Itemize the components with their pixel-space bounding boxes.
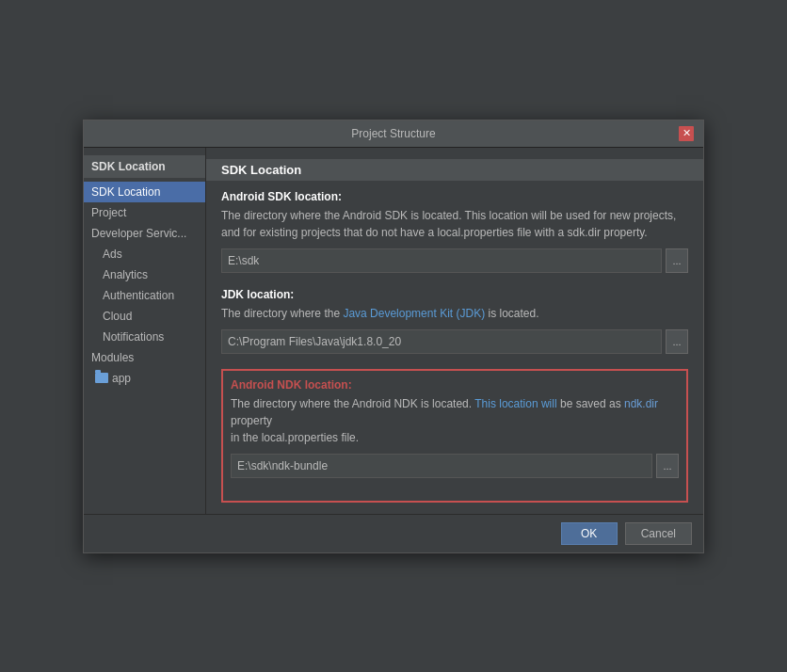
android-ndk-browse-button[interactable]: ... bbox=[656, 454, 679, 478]
dialog-body: SDK Location SDK Location Project Develo… bbox=[84, 148, 703, 514]
android-sdk-browse-button[interactable]: ... bbox=[666, 248, 688, 273]
jdk-input[interactable] bbox=[221, 329, 662, 354]
android-sdk-section: Android SDK location: The directory wher… bbox=[221, 190, 688, 273]
sidebar-item-sdk-location[interactable]: SDK Location bbox=[84, 182, 205, 202]
ok-button[interactable]: OK bbox=[561, 522, 618, 545]
jdk-label: JDK location: bbox=[221, 288, 688, 301]
android-sdk-input-row: ... bbox=[221, 248, 688, 273]
jdk-description: The directory where the Java Development… bbox=[221, 305, 688, 322]
android-ndk-label: Android NDK location: bbox=[231, 378, 679, 392]
ndk-link-text: This location will bbox=[474, 397, 556, 410]
android-ndk-input[interactable] bbox=[231, 454, 652, 478]
sidebar-item-analytics[interactable]: Analytics bbox=[84, 264, 205, 285]
android-sdk-input[interactable] bbox=[221, 248, 662, 273]
sidebar: SDK Location SDK Location Project Develo… bbox=[84, 148, 206, 514]
sidebar-item-app[interactable]: app bbox=[84, 368, 205, 389]
android-sdk-description: The directory where the Android SDK is l… bbox=[221, 207, 688, 241]
dialog-title: Project Structure bbox=[108, 127, 679, 140]
jdk-input-row: ... bbox=[221, 329, 688, 354]
sidebar-item-ads[interactable]: Ads bbox=[84, 244, 205, 264]
sdk-location-header: SDK Location bbox=[84, 155, 205, 178]
main-content: SDK Location Android SDK location: The d… bbox=[206, 148, 703, 514]
ndk-dir-text: ndk.dir bbox=[624, 397, 658, 410]
title-bar: Project Structure ✕ bbox=[84, 120, 703, 148]
sidebar-item-notifications[interactable]: Notifications bbox=[84, 327, 205, 347]
sidebar-item-modules[interactable]: Modules bbox=[84, 347, 205, 368]
sidebar-item-cloud[interactable]: Cloud bbox=[84, 306, 205, 327]
android-ndk-section: Android NDK location: The directory wher… bbox=[221, 369, 688, 503]
android-ndk-input-row: ... bbox=[231, 454, 679, 478]
sidebar-item-project[interactable]: Project bbox=[84, 202, 205, 223]
jdk-link-text: Java Development Kit (JDK) bbox=[343, 307, 485, 320]
sidebar-item-developer-services[interactable]: Developer Servic... bbox=[84, 223, 205, 244]
close-button[interactable]: ✕ bbox=[679, 126, 694, 141]
project-structure-dialog: Project Structure ✕ SDK Location SDK Loc… bbox=[83, 120, 704, 553]
cancel-button[interactable]: Cancel bbox=[625, 522, 692, 545]
android-ndk-description: The directory where the Android NDK is l… bbox=[231, 395, 679, 446]
dialog-footer: OK Cancel bbox=[84, 514, 703, 552]
folder-icon bbox=[95, 373, 108, 383]
jdk-browse-button[interactable]: ... bbox=[666, 329, 688, 354]
android-sdk-label: Android SDK location: bbox=[221, 190, 688, 203]
page-title: SDK Location bbox=[206, 159, 703, 181]
jdk-section: JDK location: The directory where the Ja… bbox=[221, 288, 688, 354]
sidebar-item-authentication[interactable]: Authentication bbox=[84, 285, 205, 306]
